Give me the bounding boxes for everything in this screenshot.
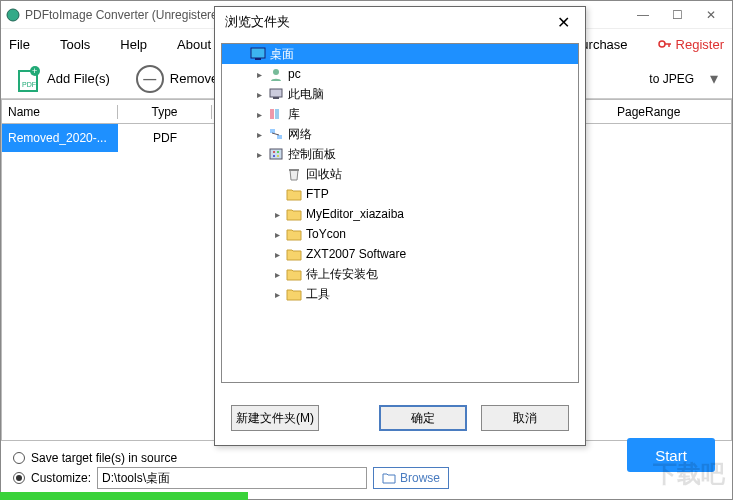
close-button[interactable]: ✕ [694, 4, 728, 26]
folder-tree[interactable]: 桌面▸pc▸此电脑▸库▸网络▸控制面板回收站FTP▸MyEditor_xiaza… [221, 43, 579, 383]
expand-arrow-icon: ▸ [254, 69, 264, 80]
tree-item-label: ZXT2007 Software [306, 247, 406, 261]
svg-line-17 [272, 133, 279, 135]
svg-point-0 [7, 9, 19, 21]
ok-button[interactable]: 确定 [379, 405, 467, 431]
desktop-icon [250, 47, 266, 61]
tree-item[interactable]: ▸ZXT2007 Software [222, 244, 578, 264]
net-icon [268, 127, 284, 141]
folder-icon [382, 472, 396, 484]
cell-filetype: PDF [118, 131, 212, 145]
svg-rect-13 [270, 109, 274, 119]
tree-item[interactable]: ▸此电脑 [222, 84, 578, 104]
lib-icon [268, 107, 284, 121]
svg-text:PDF: PDF [22, 81, 36, 88]
tree-item-label: MyEditor_xiazaiba [306, 207, 404, 221]
svg-point-22 [277, 155, 279, 157]
browse-button[interactable]: Browse [373, 467, 449, 489]
dialog-title: 浏览文件夹 [225, 13, 551, 31]
add-files-button[interactable]: PDF+ Add File(s) [9, 61, 118, 97]
col-range[interactable]: PageRange [611, 105, 731, 119]
progress-bar [0, 492, 248, 500]
customize-option[interactable]: Customize: Browse [13, 467, 720, 489]
svg-point-19 [273, 151, 275, 153]
svg-rect-23 [289, 169, 299, 171]
tree-item[interactable]: ▸MyEditor_xiazaiba [222, 204, 578, 224]
svg-text:+: + [32, 66, 37, 76]
expand-arrow-icon: ▸ [254, 149, 264, 160]
pc-icon [268, 87, 284, 101]
cell-filename: Removed_2020-... [2, 124, 118, 152]
tree-item[interactable]: ▸库 [222, 104, 578, 124]
dialog-titlebar: 浏览文件夹 ✕ [215, 7, 585, 37]
register-link[interactable]: Register [658, 37, 724, 52]
svg-rect-15 [270, 129, 275, 133]
col-name[interactable]: Name [2, 105, 118, 119]
format-dropdown-arrow[interactable]: ▾ [704, 69, 724, 88]
expand-arrow-icon: ▸ [272, 229, 282, 240]
tree-item[interactable]: ▸pc [222, 64, 578, 84]
folder-icon [286, 267, 302, 281]
tree-item[interactable]: FTP [222, 184, 578, 204]
radio-checked-icon [13, 472, 25, 484]
tree-item-label: 库 [288, 106, 300, 123]
expand-arrow-icon: ▸ [272, 289, 282, 300]
user-icon [268, 67, 284, 81]
path-input[interactable] [97, 467, 367, 489]
ctrl-icon [268, 147, 284, 161]
bin-icon [286, 167, 302, 181]
expand-arrow-icon: ▸ [272, 209, 282, 220]
expand-arrow-icon: ▸ [254, 89, 264, 100]
svg-rect-14 [275, 109, 279, 119]
tree-item[interactable]: ▸控制面板 [222, 144, 578, 164]
menu-tools[interactable]: Tools [60, 37, 90, 52]
app-icon [5, 7, 21, 23]
tree-item[interactable]: ▸工具 [222, 284, 578, 304]
menu-about[interactable]: About [177, 37, 211, 52]
tree-item-label: 待上传安装包 [306, 266, 378, 283]
tree-item-label: FTP [306, 187, 329, 201]
start-button[interactable]: Start [627, 438, 715, 472]
tree-item[interactable]: 桌面 [222, 44, 578, 64]
svg-rect-16 [277, 135, 282, 139]
svg-point-21 [273, 155, 275, 157]
menu-file[interactable]: File [9, 37, 30, 52]
tree-item-label: ToYcon [306, 227, 346, 241]
format-select[interactable]: to JPEG [649, 72, 694, 86]
tree-item-label: 工具 [306, 286, 330, 303]
tree-item-label: 桌面 [270, 46, 294, 63]
maximize-button[interactable]: ☐ [660, 4, 694, 26]
footer: Save target file(s) in source Customize:… [1, 441, 732, 499]
minimize-button[interactable]: — [626, 4, 660, 26]
tree-item[interactable]: ▸待上传安装包 [222, 264, 578, 284]
folder-icon [286, 187, 302, 201]
tree-item[interactable]: ▸网络 [222, 124, 578, 144]
minus-icon: — [136, 65, 164, 93]
tree-item-label: 控制面板 [288, 146, 336, 163]
dialog-close-button[interactable]: ✕ [551, 10, 575, 34]
tree-item-label: 此电脑 [288, 86, 324, 103]
remove-button[interactable]: — Remove [128, 61, 226, 97]
new-folder-button[interactable]: 新建文件夹(M) [231, 405, 319, 431]
cancel-button[interactable]: 取消 [481, 405, 569, 431]
folder-icon [286, 227, 302, 241]
svg-rect-11 [270, 89, 282, 97]
tree-item-label: pc [288, 67, 301, 81]
col-type[interactable]: Type [118, 105, 212, 119]
svg-rect-18 [270, 149, 282, 159]
svg-point-20 [277, 151, 279, 153]
svg-rect-8 [251, 48, 265, 58]
save-source-option[interactable]: Save target file(s) in source [13, 451, 720, 465]
browse-folder-dialog: 浏览文件夹 ✕ 桌面▸pc▸此电脑▸库▸网络▸控制面板回收站FTP▸MyEdit… [214, 6, 586, 446]
folder-icon [286, 247, 302, 261]
tree-item[interactable]: ▸ToYcon [222, 224, 578, 244]
tree-item[interactable]: 回收站 [222, 164, 578, 184]
folder-icon [286, 207, 302, 221]
svg-point-10 [273, 69, 279, 75]
svg-rect-9 [255, 58, 261, 60]
dialog-footer: 新建文件夹(M) 确定 取消 [215, 393, 585, 445]
key-icon [658, 37, 672, 51]
tree-item-label: 回收站 [306, 166, 342, 183]
menu-help[interactable]: Help [120, 37, 147, 52]
expand-arrow-icon: ▸ [254, 129, 264, 140]
